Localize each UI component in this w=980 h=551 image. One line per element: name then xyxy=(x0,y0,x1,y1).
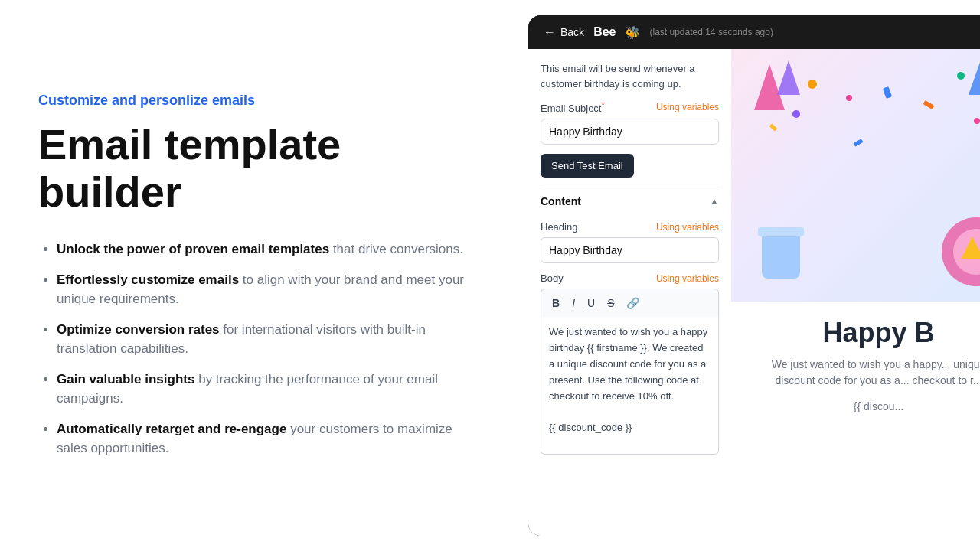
link-button[interactable]: 🔗 xyxy=(623,295,642,311)
preview-panel: Happy B We just wanted to wish you a hap… xyxy=(731,49,980,536)
back-button[interactable]: ← Back xyxy=(544,25,584,39)
heading-using-variables-link[interactable]: Using variables xyxy=(656,222,719,233)
content-section-title: Content xyxy=(541,195,581,207)
birthday-image xyxy=(731,49,980,302)
bullet-bold: Optimize conversion rates xyxy=(57,322,220,337)
preview-body: We just wanted to wish you a happy... un… xyxy=(746,357,980,396)
window-body: This email will be send whenever a custo… xyxy=(528,49,980,536)
preview-text-area: Happy B We just wanted to wish you a hap… xyxy=(731,302,980,416)
main-title: Email template builder xyxy=(38,121,475,215)
preview-title: Happy B xyxy=(746,302,980,357)
feature-list: Unlock the power of proven email templat… xyxy=(38,240,475,458)
left-panel: Customize and personlize emails Email te… xyxy=(0,0,521,551)
body-textarea[interactable]: We just wanted to wish you a happy birth… xyxy=(541,317,719,455)
strikethrough-button[interactable]: S xyxy=(604,295,617,311)
content-section-header: Content ▲ xyxy=(541,187,719,212)
back-icon: ← xyxy=(544,25,556,39)
body-header: Body Using variables xyxy=(541,272,719,284)
email-description: This email will be send whenever a custo… xyxy=(541,61,719,91)
using-variables-link[interactable]: Using variables xyxy=(656,102,719,112)
right-panel: ← Back Bee 🐝 (last updated 14 seconds ag… xyxy=(521,0,980,551)
email-subject-input[interactable] xyxy=(541,119,719,145)
customize-label: Customize and personlize emails xyxy=(38,93,475,109)
email-subject-group: Email Subject* Using variables xyxy=(541,100,719,145)
app-name: Bee xyxy=(593,25,616,39)
bullet-bold: Unlock the power of proven email templat… xyxy=(57,242,329,256)
bee-icon: 🐝 xyxy=(625,25,640,40)
send-test-email-button[interactable]: Send Test Email xyxy=(541,154,634,178)
body-label: Body xyxy=(541,272,564,284)
bullet-bold: Gain valuable insights xyxy=(57,372,194,386)
preview-discount-code: {{ discou... xyxy=(746,396,980,416)
chevron-up-icon: ▲ xyxy=(710,196,719,207)
email-subject-header: Email Subject* Using variables xyxy=(541,100,719,114)
bold-button[interactable]: B xyxy=(549,295,563,311)
heading-header: Heading Using variables xyxy=(541,221,719,233)
underline-button[interactable]: U xyxy=(584,295,598,311)
body-group: Body Using variables B I U S 🔗 We just w… xyxy=(541,272,719,455)
heading-group: Heading Using variables xyxy=(541,221,719,263)
list-item: Effortlessly customize emails to align w… xyxy=(57,270,475,309)
italic-button[interactable]: I xyxy=(569,295,578,311)
list-item: Unlock the power of proven email templat… xyxy=(57,240,475,259)
back-label: Back xyxy=(560,26,584,38)
email-subject-label: Email Subject* xyxy=(541,100,605,114)
app-window: ← Back Bee 🐝 (last updated 14 seconds ag… xyxy=(528,15,980,536)
bullet-rest: that drive conversions. xyxy=(333,242,463,256)
heading-input[interactable] xyxy=(541,237,719,263)
bullet-bold: Effortlessly customize emails xyxy=(57,272,239,287)
list-item: Gain valuable insights by tracking the p… xyxy=(57,370,475,409)
form-panel: This email will be send whenever a custo… xyxy=(528,49,731,536)
list-item: Automatically retarget and re-engage you… xyxy=(57,419,475,458)
window-header: ← Back Bee 🐝 (last updated 14 seconds ag… xyxy=(528,15,980,49)
list-item: Optimize conversion rates for internatio… xyxy=(57,320,475,359)
bullet-bold: Automatically retarget and re-engage xyxy=(57,422,286,436)
link-icon: 🔗 xyxy=(626,297,639,309)
body-using-variables-link[interactable]: Using variables xyxy=(656,273,719,284)
last-updated-text: (last updated 14 seconds ago) xyxy=(649,27,773,37)
body-toolbar: B I U S 🔗 xyxy=(541,289,719,317)
heading-label: Heading xyxy=(541,221,577,233)
preview-content: Happy B We just wanted to wish you a hap… xyxy=(731,49,980,536)
